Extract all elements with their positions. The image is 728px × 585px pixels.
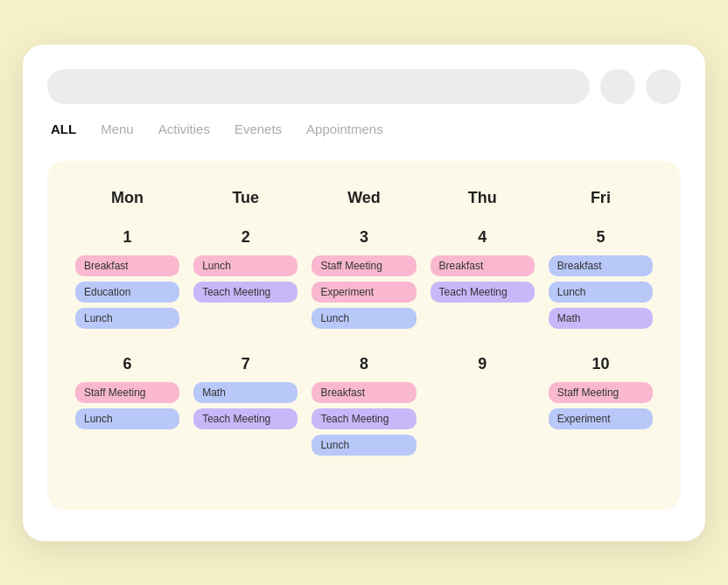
event-chip-1-1[interactable]: Education: [75, 282, 179, 303]
nav-tab-events[interactable]: Evenets: [234, 122, 282, 140]
day-number-7: 7: [242, 355, 250, 373]
event-chip-4-1[interactable]: Teach Meeting: [430, 282, 535, 303]
top-button-1[interactable]: [600, 69, 635, 104]
event-chip-1-2[interactable]: Lunch: [75, 308, 179, 329]
day-cell-10: 10Staff MeetingExperiment: [542, 355, 660, 482]
day-number-1: 1: [123, 228, 132, 247]
event-chip-3-2[interactable]: Lunch: [312, 308, 416, 329]
day-cell-4: 4BreakfastTeach Meeting: [424, 228, 542, 355]
day-cell-6: 6Staff MeetingLunch: [68, 355, 186, 482]
event-chip-6-1[interactable]: Lunch: [75, 408, 179, 429]
top-bar: [47, 69, 681, 104]
day-number-9: 9: [478, 355, 486, 373]
day-number-5: 5: [596, 228, 605, 247]
day-cell-1: 1BreakfastEducationLunch: [68, 228, 186, 355]
day-number-3: 3: [360, 228, 368, 247]
nav-tab-activities[interactable]: Activities: [158, 122, 210, 140]
event-chip-5-1[interactable]: Lunch: [549, 282, 653, 303]
event-chip-4-0[interactable]: Breakfast: [430, 255, 535, 276]
app-window: ALLMenuActivitiesEvenetsAppointmens MonT…: [23, 45, 705, 541]
event-chip-5-2[interactable]: Math: [549, 308, 653, 329]
top-button-2[interactable]: [646, 69, 681, 104]
event-chip-10-1[interactable]: Experiment: [549, 408, 653, 429]
day-number-6: 6: [123, 355, 132, 373]
event-chip-8-1[interactable]: Teach Meeting: [312, 408, 416, 429]
event-chip-1-0[interactable]: Breakfast: [75, 255, 179, 276]
day-number-2: 2: [242, 228, 250, 247]
day-header-thu: Thu: [424, 189, 542, 228]
nav-tab-all[interactable]: ALL: [51, 122, 76, 140]
day-number-10: 10: [592, 355, 609, 373]
day-header-mon: Mon: [68, 189, 186, 228]
event-chip-3-0[interactable]: Staff Meeting: [312, 255, 416, 276]
day-cell-5: 5BreakfastLunchMath: [542, 228, 660, 355]
day-number-8: 8: [360, 355, 368, 373]
nav-tab-menu[interactable]: Menu: [101, 122, 134, 140]
event-chip-5-0[interactable]: Breakfast: [549, 255, 653, 276]
calendar-container: MonTueWedThuFri1BreakfastEducationLunch2…: [47, 161, 681, 510]
nav-tab-appointments[interactable]: Appointmens: [306, 122, 383, 140]
event-chip-6-0[interactable]: Staff Meeting: [75, 382, 179, 403]
nav-tabs: ALLMenuActivitiesEvenetsAppointmens: [47, 122, 681, 140]
event-chip-7-0[interactable]: Math: [193, 382, 298, 403]
event-chip-7-1[interactable]: Teach Meeting: [193, 408, 298, 429]
day-header-fri: Fri: [542, 189, 660, 228]
day-header-wed: Wed: [304, 189, 423, 228]
day-cell-9: 9: [424, 355, 542, 482]
event-chip-8-0[interactable]: Breakfast: [312, 382, 416, 403]
event-chip-3-1[interactable]: Experiment: [312, 282, 416, 303]
event-chip-2-0[interactable]: Lunch: [193, 255, 298, 276]
event-chip-2-1[interactable]: Teach Meeting: [193, 282, 298, 303]
search-input[interactable]: [47, 69, 590, 104]
day-cell-2: 2LunchTeach Meeting: [186, 228, 304, 355]
event-chip-10-0[interactable]: Staff Meeting: [549, 382, 653, 403]
calendar-grid: MonTueWedThuFri1BreakfastEducationLunch2…: [68, 189, 660, 482]
day-cell-8: 8BreakfastTeach MeetingLunch: [304, 355, 423, 482]
day-number-4: 4: [478, 228, 486, 247]
day-header-tue: Tue: [186, 189, 304, 228]
day-cell-7: 7MathTeach Meeting: [186, 355, 304, 482]
event-chip-8-2[interactable]: Lunch: [312, 435, 416, 456]
day-cell-3: 3Staff MeetingExperimentLunch: [304, 228, 423, 355]
